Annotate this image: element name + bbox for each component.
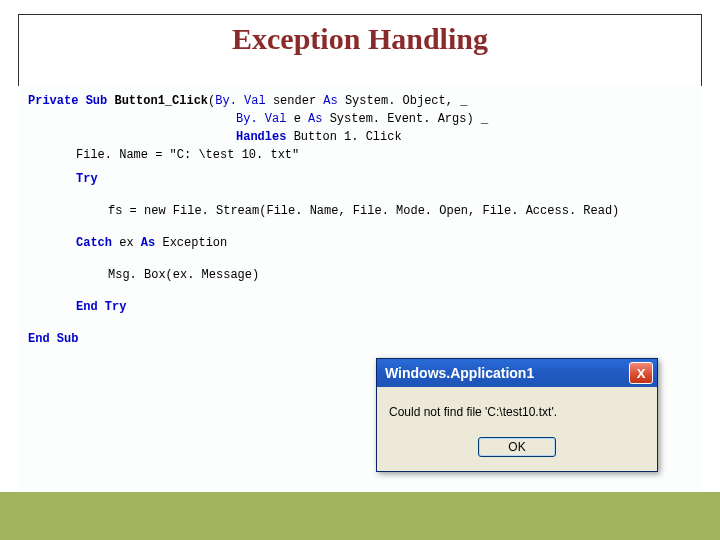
param2-type: System. Event. Args — [330, 112, 467, 126]
kw-try: Try — [76, 172, 98, 186]
kw-end-sub: End Sub — [28, 332, 78, 346]
messagebox-title: Windows.Application1 — [385, 363, 534, 384]
close-button[interactable]: X — [629, 362, 653, 384]
code-line-msgbox: Msg. Box(ex. Message) — [28, 266, 692, 284]
spacer — [28, 220, 692, 234]
spacer — [28, 284, 692, 298]
spacer — [28, 316, 692, 330]
kw-private: Private — [28, 94, 78, 108]
slide-title: Exception Handling — [0, 22, 720, 56]
catch-type: Exception — [162, 236, 227, 250]
ok-button[interactable]: OK — [478, 437, 556, 457]
kw-as-2: As — [308, 112, 322, 126]
kw-byval-2: By. Val — [236, 112, 286, 126]
code-line-try: Try — [28, 170, 692, 188]
messagebox-body: Could not find file 'C:\test10.txt'. — [377, 387, 657, 429]
kw-byval-1: By. Val — [215, 94, 265, 108]
kw-sub: Sub — [86, 94, 108, 108]
param2-name: e — [294, 112, 301, 126]
code-line-sig1: Private Sub Button1_Click(By. Val sender… — [28, 92, 692, 110]
method-name: Button1_Click — [114, 94, 208, 108]
kw-catch: Catch — [76, 236, 112, 250]
code-line-catch: Catch ex As Exception — [28, 234, 692, 252]
kw-as-1: As — [323, 94, 337, 108]
messagebox-text: Could not find file 'C:\test10.txt'. — [389, 405, 557, 419]
messagebox-titlebar[interactable]: Windows.Application1 X — [377, 359, 657, 387]
messagebox: Windows.Application1 X Could not find fi… — [376, 358, 658, 472]
slide: Exception Handling Private Sub Button1_C… — [0, 0, 720, 540]
param1-name: sender — [273, 94, 316, 108]
kw-handles: Handles — [236, 130, 286, 144]
catch-var: ex — [119, 236, 133, 250]
code-line-endsub: End Sub — [28, 330, 692, 348]
handles-target: Button 1. Click — [294, 130, 402, 144]
messagebox-buttons: OK — [377, 429, 657, 471]
bottom-band — [0, 492, 720, 540]
close-icon: X — [637, 367, 646, 380]
code-block: Private Sub Button1_Click(By. Val sender… — [18, 86, 702, 492]
spacer — [28, 252, 692, 266]
param1-type: System. Object — [345, 94, 446, 108]
code-line-assign: File. Name = "C: \test 10. txt" — [28, 146, 692, 164]
kw-end-try: End Try — [76, 300, 126, 314]
code-line-fs: fs = new File. Stream(File. Name, File. … — [28, 202, 692, 220]
line-cont-1: _ — [460, 94, 467, 108]
line-cont-2: _ — [481, 112, 488, 126]
spacer — [28, 188, 692, 202]
kw-as-3: As — [141, 236, 155, 250]
code-line-sig3: Handles Button 1. Click — [28, 128, 692, 146]
code-line-sig2: By. Val e As System. Event. Args) _ — [28, 110, 692, 128]
code-line-endtry: End Try — [28, 298, 692, 316]
